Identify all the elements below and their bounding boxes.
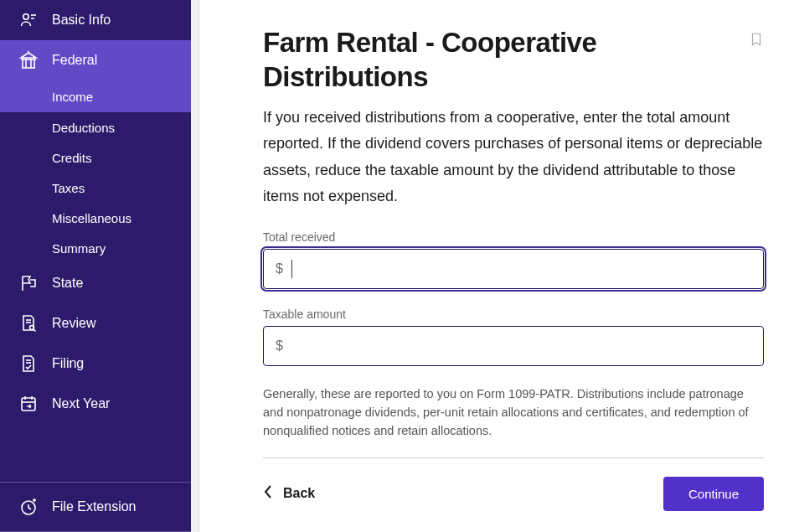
subnav-label: Credits [52, 151, 92, 165]
person-card-icon [18, 10, 39, 30]
field-total-received: Total received $ [263, 230, 764, 289]
subnav-label: Income [52, 90, 93, 104]
sidebar-item-review[interactable]: Review [0, 303, 191, 343]
document-check-icon [18, 354, 39, 374]
section-divider [263, 457, 764, 458]
currency-symbol: $ [276, 261, 283, 276]
svg-line-7 [34, 329, 36, 332]
text-caret [291, 260, 292, 278]
sidebar-item-federal[interactable]: Federal [0, 40, 191, 80]
sidebar-item-label: Next Year [52, 396, 110, 411]
page-header: Farm Rental - Cooperative Distributions [263, 25, 764, 95]
chevron-left-icon [263, 484, 273, 503]
sidebar-main-nav: Basic Info Federal Income Deductions Cre… [0, 0, 191, 482]
sidebar-item-label: State [52, 276, 83, 291]
field-taxable-amount: Taxable amount $ [263, 307, 764, 366]
sidebar: Basic Info Federal Income Deductions Cre… [0, 0, 191, 532]
subnav-item-credits[interactable]: Credits [52, 142, 191, 173]
sidebar-item-filing[interactable]: Filing [0, 343, 191, 384]
back-label: Back [283, 486, 315, 501]
svg-rect-10 [22, 398, 35, 411]
continue-button[interactable]: Continue [663, 477, 764, 511]
subnav-item-income[interactable]: Income [0, 80, 191, 112]
sidebar-item-file-extension[interactable]: File Extension [0, 483, 191, 531]
clock-plus-icon [18, 497, 39, 517]
sidebar-item-basic-info[interactable]: Basic Info [0, 0, 191, 40]
bookmark-icon[interactable] [749, 30, 764, 52]
taxable-amount-field[interactable] [290, 338, 751, 354]
government-building-icon [18, 50, 39, 70]
sidebar-item-label: File Extension [52, 499, 137, 514]
currency-symbol: $ [276, 338, 283, 354]
subnav-item-miscellaneous[interactable]: Miscellaneous [52, 203, 191, 233]
subnav-label: Miscellaneous [52, 211, 131, 225]
helper-text: Generally, these are reported to you on … [263, 385, 764, 441]
sidebar-item-label: Federal [52, 53, 97, 68]
field-label: Total received [263, 230, 764, 244]
subnav-item-deductions[interactable]: Deductions [52, 112, 191, 142]
back-button[interactable]: Back [263, 484, 315, 503]
total-received-input[interactable]: $ [263, 249, 764, 289]
subnav-label: Summary [52, 241, 106, 256]
intro-text: If you received distributions from a coo… [263, 105, 764, 210]
sidebar-item-next-year[interactable]: Next Year [0, 384, 191, 424]
subnav-item-taxes[interactable]: Taxes [52, 173, 191, 203]
svg-point-0 [23, 14, 28, 19]
sidebar-item-state[interactable]: State [0, 263, 191, 303]
document-search-icon [18, 313, 39, 333]
field-label: Taxable amount [263, 307, 764, 321]
sidebar-item-label: Basic Info [52, 13, 111, 28]
subnav-label: Deductions [52, 121, 115, 135]
main-content: Farm Rental - Cooperative Distributions … [199, 0, 794, 532]
flag-icon [18, 273, 39, 293]
taxable-amount-input[interactable]: $ [263, 326, 764, 366]
federal-subnav: Income Deductions Credits Taxes Miscella… [0, 80, 191, 263]
subnav-label: Taxes [52, 181, 85, 195]
subnav-item-summary[interactable]: Summary [52, 233, 191, 263]
sidebar-item-label: Filing [52, 356, 84, 371]
scroll-gutter [191, 0, 199, 532]
page-footer: Back Continue [263, 477, 764, 511]
sidebar-item-label: Review [52, 316, 95, 331]
page-title: Farm Rental - Cooperative Distributions [263, 25, 735, 95]
calendar-arrow-icon [18, 394, 39, 414]
svg-point-6 [30, 326, 34, 330]
